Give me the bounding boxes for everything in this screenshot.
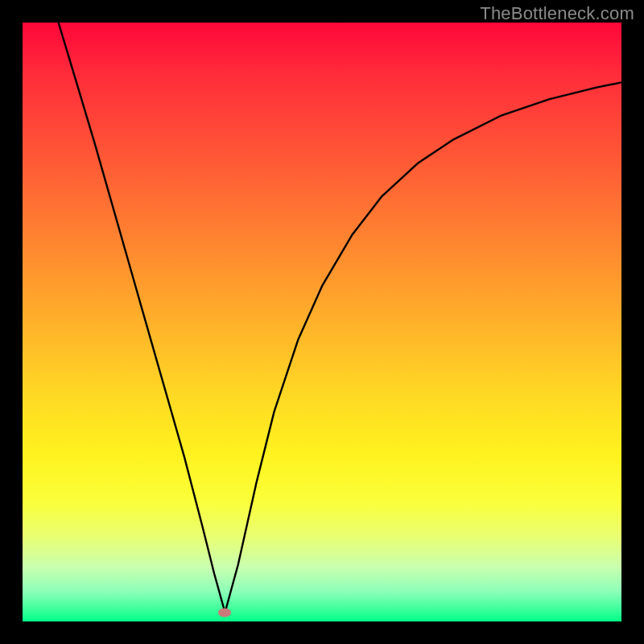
optimum-marker bbox=[218, 608, 231, 617]
bottleneck-curve bbox=[23, 23, 621, 621]
chart-frame: TheBottleneck.com bbox=[0, 0, 644, 644]
watermark-text: TheBottleneck.com bbox=[480, 3, 634, 24]
plot-area bbox=[23, 23, 621, 621]
